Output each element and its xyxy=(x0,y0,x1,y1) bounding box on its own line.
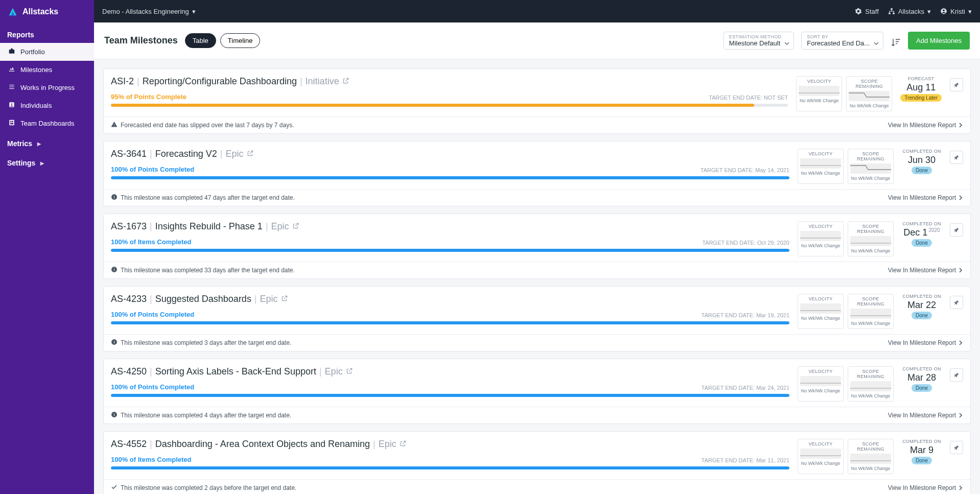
milestone-card: AS-3641 | Forecasting V2 | Epic 100% of … xyxy=(103,141,971,206)
chevron-right-icon: ▸ xyxy=(40,159,44,167)
pin-button[interactable] xyxy=(950,441,963,454)
chevron-down-icon xyxy=(874,41,879,46)
progress-label: 100% of Points Completed xyxy=(111,166,194,173)
page-title: Team Milestones xyxy=(104,35,178,46)
target-end-date: TARGET END DATE: Mar 24, 2021 xyxy=(702,385,789,391)
status-pill: Done xyxy=(912,312,932,319)
progress-label: 100% of Items Completed xyxy=(111,456,192,463)
milestone-title: Insights Rebuild - Phase 1 xyxy=(155,221,263,232)
forecast-date: Mar 22 xyxy=(907,300,936,311)
sidebar-item-team-dashboards[interactable]: Team Dashboards xyxy=(0,114,94,132)
sort-by-dropdown[interactable]: SORT BY Forecasted End Da... xyxy=(801,32,883,50)
milestone-type: Epic xyxy=(260,294,278,304)
svg-rect-5 xyxy=(9,120,14,126)
view-in-milestone-report-link[interactable]: View In Milestone Report xyxy=(888,267,963,274)
footer-message: This milestone was completed 47 days aft… xyxy=(121,194,295,201)
sidebar-section-reports[interactable]: Reports xyxy=(0,23,94,43)
view-toggle: Table Timeline xyxy=(185,33,261,48)
milestone-title: Sorting Axis Labels - Back-End Support xyxy=(155,366,316,377)
view-in-milestone-report-link[interactable]: View In Milestone Report xyxy=(888,484,963,491)
sidebar-section-settings[interactable]: Settings ▸ xyxy=(0,152,94,171)
sidebar-item-works-in-progress[interactable]: Works in Progress xyxy=(0,79,94,97)
milestone-key: AS-3641 xyxy=(111,149,147,159)
milestone-title: Dashboarding - Area Context Objects and … xyxy=(155,439,370,450)
forecast-date: Dec 12020 xyxy=(903,227,940,238)
svg-rect-22 xyxy=(114,269,114,271)
svg-point-18 xyxy=(114,195,114,196)
footer-message: Forecasted end date has slipped over the… xyxy=(121,122,294,129)
milestone-type: Epic xyxy=(271,221,289,232)
product-menu[interactable]: Allstacks ▾ xyxy=(888,8,931,15)
velocity-card: VELOCITY No Wk/Wk Change xyxy=(798,439,844,474)
external-link-icon[interactable] xyxy=(292,221,299,232)
milestone-card: AS-4233 | Suggested Dashboards | Epic 10… xyxy=(103,286,971,351)
tab-table[interactable]: Table xyxy=(185,33,216,48)
svg-rect-8 xyxy=(10,123,13,125)
svg-rect-2 xyxy=(9,50,15,54)
velocity-card: VELOCITY No Wk/Wk Change xyxy=(798,294,844,329)
progress-label: 100% of Items Completed xyxy=(111,238,192,246)
sidebar-nav-reports: PortfolioMilestonesWorks in ProgressIndi… xyxy=(0,43,94,132)
pin-button[interactable] xyxy=(950,368,963,382)
status-pill: Done xyxy=(912,384,932,392)
svg-rect-27 xyxy=(114,341,114,343)
staff-button[interactable]: Staff xyxy=(855,8,879,15)
view-in-milestone-report-link[interactable]: View In Milestone Report xyxy=(888,122,963,129)
milestone-title: Reporting/Configurable Dashboarding xyxy=(143,76,297,87)
milestone-type: Epic xyxy=(325,366,343,377)
pin-button[interactable] xyxy=(950,296,963,309)
check-icon xyxy=(111,484,118,492)
user-circle-icon xyxy=(940,8,947,15)
sidebar-section-metrics[interactable]: Metrics ▸ xyxy=(0,132,94,152)
external-link-icon[interactable] xyxy=(400,439,407,450)
status-pill: Done xyxy=(912,167,932,174)
info-icon xyxy=(111,339,118,347)
sitemap-icon xyxy=(888,8,895,15)
sidebar-item-label: Milestones xyxy=(20,66,52,74)
forecast-date: Jun 30 xyxy=(908,155,936,166)
sidebar-item-milestones[interactable]: Milestones xyxy=(0,61,94,79)
sidebar-item-portfolio[interactable]: Portfolio xyxy=(0,43,94,61)
milestone-title: Suggested Dashboards xyxy=(155,294,251,304)
pin-button[interactable] xyxy=(950,78,963,91)
pin-button[interactable] xyxy=(950,223,963,237)
view-in-milestone-report-link[interactable]: View In Milestone Report xyxy=(888,194,963,201)
external-link-icon[interactable] xyxy=(281,294,288,304)
scope-remaining-card: SCOPE REMAINING No Wk/Wk Change xyxy=(848,149,894,184)
milestones-icon xyxy=(8,65,15,74)
svg-rect-32 xyxy=(114,414,114,416)
portfolio-icon xyxy=(8,48,15,56)
view-in-milestone-report-link[interactable]: View In Milestone Report xyxy=(888,339,963,346)
milestone-key: AS-4552 xyxy=(111,439,147,450)
sidebar-item-label: Team Dashboards xyxy=(20,120,75,127)
progress-bar xyxy=(111,104,788,107)
tab-timeline[interactable]: Timeline xyxy=(220,33,261,48)
sidebar-item-individuals[interactable]: Individuals xyxy=(0,97,94,114)
progress-label: 95% of Points Complete xyxy=(111,93,186,101)
sort-direction-button[interactable] xyxy=(891,37,901,50)
chevron-down-icon xyxy=(784,41,789,46)
add-milestones-button[interactable]: Add Milestones xyxy=(908,32,970,50)
svg-point-4 xyxy=(11,103,13,105)
svg-rect-11 xyxy=(893,13,895,14)
footer-message: This milestone was completed 4 days afte… xyxy=(121,412,291,419)
external-link-icon[interactable] xyxy=(346,366,353,377)
view-in-milestone-report-link[interactable]: View In Milestone Report xyxy=(888,412,963,419)
pin-button[interactable] xyxy=(950,151,963,164)
scope-remaining-card: SCOPE REMAINING No Wk/Wk Change xyxy=(846,76,892,111)
progress-bar xyxy=(111,321,789,324)
forecast-date: Aug 11 xyxy=(906,82,936,93)
page-header: Team Milestones Table Timeline ESTIMATIO… xyxy=(94,22,980,59)
external-link-icon[interactable] xyxy=(247,149,254,159)
svg-rect-6 xyxy=(10,121,11,123)
scope-remaining-card: SCOPE REMAINING No Wk/Wk Change xyxy=(848,439,894,474)
estimation-method-dropdown[interactable]: ESTIMATION METHOD Milestone Default xyxy=(724,32,794,50)
external-link-icon[interactable] xyxy=(342,76,349,87)
org-selector[interactable]: Demo - Allstacks Engineering ▾ xyxy=(102,8,196,15)
target-end-date: TARGET END DATE: May 14, 2021 xyxy=(701,167,789,173)
velocity-card: VELOCITY No Wk/Wk Change xyxy=(798,366,844,402)
user-menu[interactable]: Kristi ▾ xyxy=(940,8,972,15)
svg-rect-7 xyxy=(12,121,13,123)
footer-message: This milestone was completed 3 days afte… xyxy=(121,339,291,346)
footer-message: This milestone was completed 2 days befo… xyxy=(121,484,296,491)
